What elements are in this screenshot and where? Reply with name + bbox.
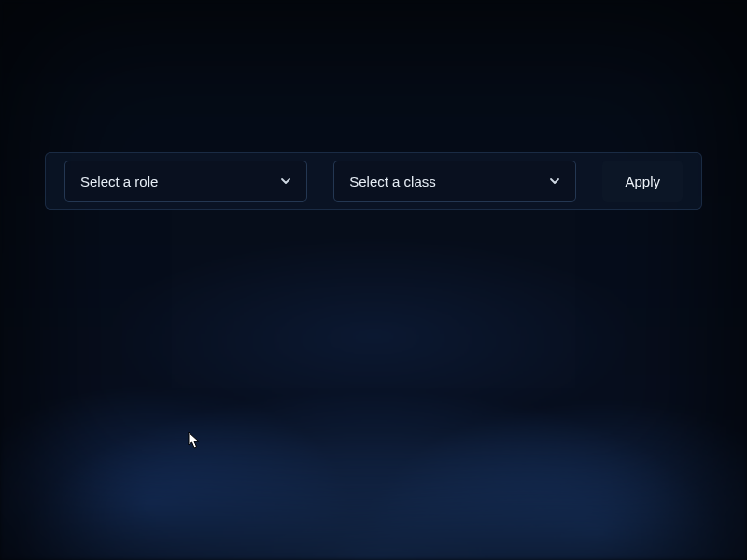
background-fog [0,0,747,560]
role-select[interactable]: Select a role [64,161,307,202]
role-select-label: Select a role [80,174,158,189]
apply-button[interactable]: Apply [602,161,683,202]
class-select-label: Select a class [349,174,436,189]
chevron-down-icon [280,174,291,189]
chevron-down-icon [549,174,560,189]
class-select[interactable]: Select a class [333,161,576,202]
filter-panel: Select a role Select a class Apply [45,152,702,210]
